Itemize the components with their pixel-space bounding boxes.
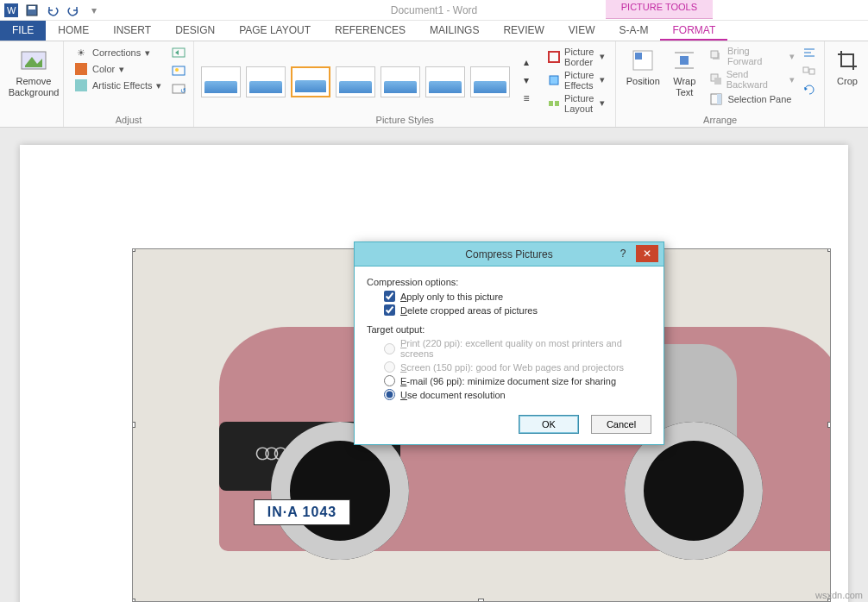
corrections-button[interactable]: ☀Corrections ▾ (71, 45, 167, 60)
tab-page-layout[interactable]: PAGE LAYOUT (227, 21, 323, 41)
svg-rect-30 (803, 67, 808, 72)
color-button[interactable]: Color ▾ (71, 61, 167, 77)
bring-forward-button[interactable]: Bring Forward ▾ (706, 45, 798, 67)
tab-review[interactable]: REVIEW (491, 21, 556, 41)
group-icon[interactable] (802, 63, 817, 78)
style-thumb[interactable] (246, 66, 286, 97)
dialog-button-row: OK Cancel (355, 408, 664, 444)
email-radio[interactable] (384, 375, 395, 386)
tab-design[interactable]: DESIGN (163, 21, 227, 41)
picture-layout-button[interactable]: Picture Layout ▾ (544, 92, 608, 115)
resize-handle[interactable] (132, 599, 135, 602)
watermark-text: wsxdn.com (815, 590, 863, 600)
picture-border-button[interactable]: Picture Border ▾ (544, 46, 608, 68)
tab-format[interactable]: FORMAT (660, 21, 727, 41)
svg-rect-13 (550, 76, 558, 85)
remove-background-label: Remove Background (9, 76, 60, 98)
tab-view[interactable]: VIEW (557, 21, 607, 41)
document-resolution-radio-row[interactable]: Use document resolution (384, 389, 651, 400)
style-thumb[interactable] (336, 66, 375, 97)
group-remove-background: Remove Background (0, 41, 64, 127)
change-picture-icon[interactable] (171, 63, 186, 78)
email-radio-row[interactable]: E-mail (96 ppi): minimize document size … (384, 375, 651, 386)
resize-handle[interactable] (132, 422, 135, 428)
wrap-text-button[interactable]: Wrap Text (666, 45, 702, 100)
style-thumb[interactable] (381, 66, 420, 97)
border-icon (548, 50, 560, 64)
tab-references[interactable]: REFERENCES (323, 21, 418, 41)
style-gallery[interactable] (201, 63, 510, 97)
tab-mailings[interactable]: MAILINGS (418, 21, 491, 41)
svg-rect-8 (173, 66, 185, 75)
gallery-down-icon[interactable]: ▾ (519, 72, 534, 88)
redo-icon[interactable] (66, 3, 81, 18)
svg-rect-22 (711, 51, 718, 58)
color-icon (74, 62, 88, 76)
ribbon-tabs: FILE HOME INSERT DESIGN PAGE LAYOUT REFE… (0, 21, 868, 41)
cancel-button[interactable]: Cancel (591, 415, 651, 434)
gallery-more-icon[interactable]: ≡ (519, 91, 534, 106)
rotate-icon[interactable] (802, 81, 817, 97)
selection-pane-icon (709, 92, 723, 106)
send-backward-button[interactable]: Send Backward ▾ (706, 68, 798, 91)
resize-handle[interactable] (478, 599, 484, 602)
corrections-icon: ☀ (74, 46, 88, 60)
svg-text:↺: ↺ (180, 87, 186, 95)
group-arrange: Position Wrap Text Bring Forward ▾ Send … (616, 41, 825, 127)
selection-pane-button[interactable]: Selection Pane (706, 91, 798, 107)
svg-rect-31 (809, 69, 815, 74)
style-thumb[interactable] (470, 66, 510, 97)
screen-radio (384, 361, 395, 373)
tab-home[interactable]: HOME (46, 21, 101, 41)
svg-text:W: W (7, 5, 16, 16)
apply-only-checkbox[interactable] (384, 291, 395, 302)
group-size: Crop (825, 41, 868, 127)
compress-pictures-dialog: Compress Pictures ? ✕ Compression option… (354, 241, 664, 445)
crop-button[interactable]: Crop (832, 45, 863, 89)
dialog-close-button[interactable]: ✕ (636, 245, 658, 262)
position-button[interactable]: Position (623, 45, 663, 89)
compression-options-heading: Compression options: (367, 277, 651, 287)
resize-handle[interactable] (132, 248, 135, 252)
ok-button[interactable]: OK (519, 415, 579, 434)
effects-icon (548, 73, 560, 87)
align-icon[interactable] (802, 45, 817, 60)
dialog-body: Compression options: Apply only to this … (355, 267, 664, 408)
tab-sam[interactable]: S-A-M (607, 21, 660, 41)
title-bar: W ▾ Document1 - Word PICTURE TOOLS (0, 0, 868, 21)
gallery-up-icon[interactable]: ▴ (519, 54, 534, 70)
artistic-effects-button[interactable]: Artistic Effects ▾ (71, 78, 167, 93)
picture-effects-button[interactable]: Picture Effects ▾ (544, 69, 608, 91)
delete-cropped-checkbox[interactable] (384, 304, 395, 316)
compress-pictures-icon[interactable] (171, 45, 186, 60)
svg-rect-15 (555, 101, 559, 106)
resize-handle[interactable] (827, 422, 831, 428)
dialog-help-button[interactable]: ? (613, 245, 632, 262)
layout-icon (548, 97, 560, 110)
tab-insert[interactable]: INSERT (101, 21, 163, 41)
crop-icon (833, 47, 861, 74)
document-resolution-radio[interactable] (384, 389, 395, 400)
arrange-group-label: Arrange (623, 115, 817, 125)
document-title: Document1 - Word (0, 4, 868, 16)
print-radio (384, 343, 395, 354)
remove-background-button[interactable]: Remove Background (7, 45, 60, 100)
svg-rect-6 (75, 79, 87, 91)
dialog-titlebar[interactable]: Compress Pictures ? ✕ (355, 242, 664, 267)
svg-rect-12 (549, 52, 559, 62)
style-thumb-selected[interactable] (291, 66, 330, 97)
position-icon (629, 47, 657, 74)
save-icon[interactable] (24, 3, 40, 18)
delete-cropped-checkbox-row[interactable]: Delete cropped areas of pictures (384, 304, 651, 316)
artistic-icon (74, 78, 88, 92)
resize-handle[interactable] (827, 248, 831, 252)
svg-rect-17 (635, 53, 642, 60)
undo-icon[interactable] (45, 3, 60, 18)
style-thumb[interactable] (201, 66, 241, 97)
tab-file[interactable]: FILE (0, 21, 46, 41)
apply-only-checkbox-row[interactable]: Apply only to this picture (384, 291, 651, 302)
style-thumb[interactable] (425, 66, 465, 97)
wrap-text-icon (670, 47, 698, 74)
reset-picture-icon[interactable]: ↺ (171, 81, 186, 97)
qat-customize-icon[interactable]: ▾ (86, 3, 102, 18)
